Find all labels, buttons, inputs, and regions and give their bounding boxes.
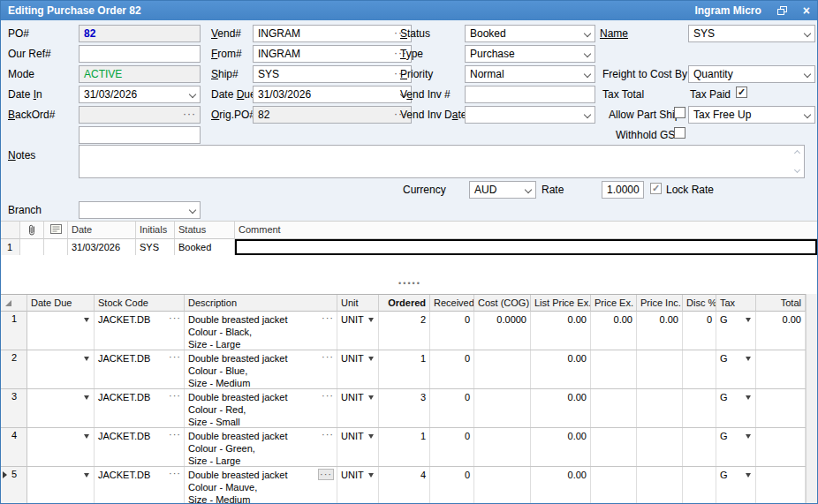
rate-field[interactable]: 1.0000	[602, 181, 644, 199]
cell-stock_code[interactable]: JACKET.DB···	[95, 312, 185, 350]
vend-inv-field[interactable]	[465, 86, 595, 103]
cell-cost_cog[interactable]: 0.0000	[474, 312, 531, 350]
chevron-down-icon[interactable]	[84, 473, 89, 478]
cell-price_ex[interactable]	[591, 350, 637, 388]
cell-received[interactable]: 0	[430, 428, 474, 466]
status-grid-header-comment[interactable]: Comment	[235, 222, 818, 239]
cell-received[interactable]: 0	[430, 467, 474, 504]
currency-select[interactable]: AUD	[469, 181, 536, 199]
cell-total[interactable]	[756, 467, 806, 504]
status-row-initials[interactable]: SYS	[136, 239, 175, 255]
cell-cost_cog[interactable]	[474, 467, 531, 504]
cell-unit[interactable]: UNIT	[337, 389, 379, 427]
cell-price_ex[interactable]	[591, 467, 637, 504]
cell-price_inc[interactable]	[637, 428, 683, 466]
items-grid-header-cost_cog[interactable]: Cost (COG)	[474, 295, 531, 312]
cell-date_due[interactable]	[27, 350, 95, 388]
cell-received[interactable]: 0	[430, 350, 474, 388]
cell-description[interactable]: Double breasted jacket Colour - Red, Siz…	[185, 389, 337, 427]
freight-to-cost-by-select[interactable]: Quantity	[688, 65, 815, 83]
chevron-down-icon[interactable]	[746, 357, 751, 361]
cell-total[interactable]	[756, 350, 806, 388]
items-grid-header-price_inc[interactable]: Price Inc.	[637, 295, 683, 312]
chevron-down-icon[interactable]	[84, 318, 89, 322]
chevron-down-icon[interactable]	[368, 434, 374, 439]
cell-tax[interactable]: G	[716, 467, 756, 504]
cell-tax[interactable]: G	[716, 428, 756, 466]
cell-stock_code[interactable]: JACKET.DB···	[95, 467, 185, 504]
chevron-down-icon[interactable]	[84, 395, 89, 400]
items-grid-header-disc_pct[interactable]: Disc %	[683, 295, 716, 312]
cell-stock_code[interactable]: JACKET.DB···	[95, 428, 185, 466]
chevron-down-icon[interactable]	[746, 395, 751, 400]
backord-field[interactable]: ···	[79, 106, 201, 124]
cell-total[interactable]	[756, 428, 806, 466]
browse-ellipsis-icon[interactable]: ···	[318, 469, 334, 480]
cell-price_ex[interactable]	[591, 389, 637, 427]
cell-stock_code[interactable]: JACKET.DB···	[95, 350, 185, 388]
cell-date_due[interactable]	[27, 312, 95, 350]
notes-scrollbar[interactable]	[792, 147, 803, 177]
cell-list_price_ex[interactable]: 0.00	[531, 389, 591, 427]
browse-ellipsis-icon[interactable]: ···	[322, 312, 334, 324]
branch-select[interactable]	[79, 201, 201, 219]
splitter-handle[interactable]: •••••	[390, 279, 430, 288]
cell-received[interactable]: 0	[430, 312, 474, 350]
restore-window-icon[interactable]	[777, 6, 787, 15]
browse-ellipsis-icon[interactable]: ···	[322, 350, 334, 363]
status-grid-header-status[interactable]: Status	[175, 222, 235, 239]
cell-unit[interactable]: UNIT	[337, 428, 379, 466]
cell-price_inc[interactable]	[637, 467, 683, 504]
cell-disc_pct[interactable]	[683, 467, 716, 504]
cell-list_price_ex[interactable]: 0.00	[531, 467, 591, 504]
cell-price_ex[interactable]	[591, 428, 637, 466]
items-grid-header-description[interactable]: Description	[185, 295, 337, 312]
our-ref-field[interactable]	[79, 45, 201, 63]
cell-ordered[interactable]: 1	[379, 428, 430, 466]
name-select[interactable]: SYS	[688, 25, 815, 42]
browse-ellipsis-icon[interactable]: ···	[322, 389, 334, 402]
items-grid-header-stock_code[interactable]: Stock Code	[95, 295, 185, 312]
cell-description[interactable]: Double breasted jacket Colour - Black, S…	[185, 312, 337, 350]
cell-description[interactable]: Double breasted jacket Colour - Green, S…	[185, 428, 337, 466]
chevron-down-icon[interactable]	[368, 357, 374, 361]
type-select[interactable]: Purchase	[465, 45, 595, 63]
cell-disc_pct[interactable]: 0	[683, 312, 716, 350]
chevron-down-icon[interactable]	[746, 473, 751, 478]
extra-ref-field[interactable]	[79, 126, 201, 144]
cell-ordered[interactable]: 1	[379, 350, 430, 388]
browse-ellipsis-icon[interactable]: ···	[169, 467, 181, 479]
items-grid-header-received[interactable]: Received	[430, 295, 474, 312]
cell-ordered[interactable]: 2	[379, 312, 430, 350]
chevron-down-icon[interactable]	[84, 434, 89, 439]
cell-tax[interactable]: G	[716, 350, 756, 388]
allow-part-ship-checkbox[interactable]: ✓	[674, 107, 685, 118]
vend-field[interactable]: INGRAM···	[253, 25, 412, 42]
tax-paid-checkbox[interactable]: ✓	[736, 87, 747, 98]
items-grid-header-ordered[interactable]: Ordered	[379, 295, 430, 312]
memo-column-header[interactable]	[44, 222, 68, 239]
chevron-down-icon[interactable]	[746, 434, 751, 439]
cell-ordered[interactable]: 4	[379, 467, 430, 504]
status-row-attachment-cell[interactable]	[20, 239, 44, 255]
cell-date_due[interactable]	[27, 428, 95, 466]
cell-ordered[interactable]: 3	[379, 389, 430, 427]
items-grid-header-total[interactable]: Total	[756, 295, 806, 312]
cell-tax[interactable]: G	[716, 389, 756, 427]
cell-received[interactable]: 0	[430, 389, 474, 427]
cell-price_inc[interactable]	[637, 389, 683, 427]
status-row-status[interactable]: Booked	[175, 239, 235, 255]
cell-cost_cog[interactable]	[474, 350, 531, 388]
cell-tax[interactable]: G	[716, 312, 756, 350]
items-grid-header-list_price_ex[interactable]: List Price Ex.	[531, 295, 591, 312]
cell-list_price_ex[interactable]: 0.00	[531, 350, 591, 388]
cell-price_ex[interactable]: 0.00	[591, 312, 637, 350]
items-grid-header-tax[interactable]: Tax	[716, 295, 756, 312]
chevron-down-icon[interactable]	[746, 318, 751, 322]
cell-total[interactable]: 0.00	[756, 312, 806, 350]
cell-cost_cog[interactable]	[474, 428, 531, 466]
items-grid-header-price_ex[interactable]: Price Ex.	[591, 295, 637, 312]
status-row-date[interactable]: 31/03/2026	[68, 239, 136, 255]
attachment-column-header[interactable]	[20, 222, 44, 239]
cell-unit[interactable]: UNIT	[337, 350, 379, 388]
